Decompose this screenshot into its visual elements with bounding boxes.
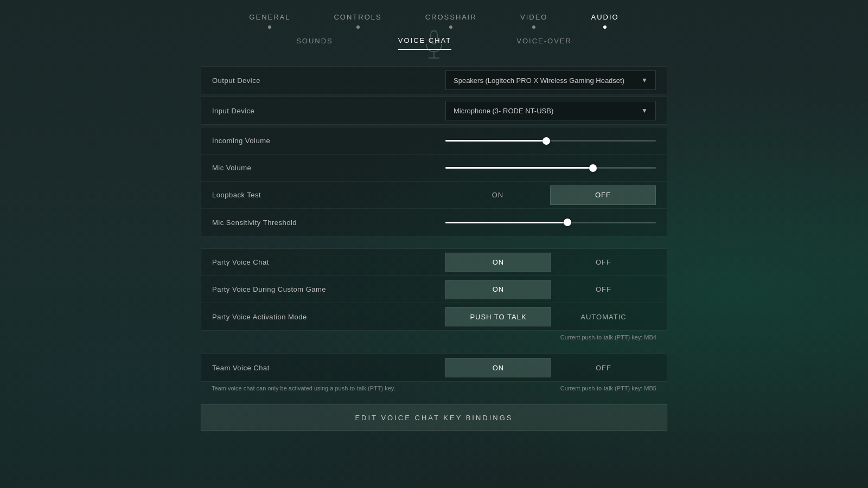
- party-voice-chat-control: On Off: [445, 253, 656, 272]
- team-voice-group: Team Voice Chat On Off: [201, 354, 667, 382]
- incoming-volume-slider[interactable]: [445, 140, 656, 142]
- party-voice-custom-control: On Off: [445, 280, 656, 299]
- party-voice-group: Party Voice Chat On Off Party Voice Duri…: [201, 248, 667, 331]
- party-voice-custom-toggle: On Off: [445, 280, 656, 299]
- loopback-test-row: Loopback Test On Off: [201, 182, 667, 209]
- loopback-toggle-group: On Off: [445, 185, 656, 205]
- party-ptt-note: Current push-to-talk (PTT) key: MB4: [201, 332, 667, 343]
- loopback-test-control: On Off: [445, 185, 656, 205]
- party-voice-chat-row: Party Voice Chat On Off: [201, 249, 667, 276]
- output-device-label: Output Device: [212, 76, 445, 85]
- mic-sensitivity-row: Mic Sensitivity Threshold: [201, 209, 667, 236]
- team-voice-chat-row: Team Voice Chat On Off: [201, 354, 667, 381]
- incoming-volume-thumb[interactable]: [542, 137, 550, 145]
- nav-video[interactable]: VIDEO: [499, 10, 569, 24]
- team-voice-chat-off-button[interactable]: Off: [551, 358, 656, 377]
- audio-controls-group: Incoming Volume Mic Volume: [201, 127, 667, 236]
- team-voice-chat-label: Team Voice Chat: [212, 364, 445, 372]
- party-push-talk-button[interactable]: Push to Talk: [445, 307, 551, 326]
- mic-volume-row: Mic Volume: [201, 155, 667, 182]
- sub-nav-voice-over[interactable]: VOICE-OVER: [516, 37, 572, 49]
- party-voice-custom-on-button[interactable]: On: [445, 280, 551, 299]
- mic-decoration: [423, 30, 445, 65]
- loopback-test-label: Loopback Test: [212, 191, 445, 199]
- mic-volume-thumb[interactable]: [589, 164, 597, 172]
- svg-line-4: [423, 30, 434, 31]
- party-activation-row: Party Voice Activation Mode Push to Talk…: [201, 303, 667, 330]
- party-activation-toggle: Push to Talk Automatic: [445, 307, 656, 326]
- party-voice-chat-label: Party Voice Chat: [212, 258, 445, 266]
- mic-sensitivity-label: Mic Sensitivity Threshold: [212, 219, 445, 227]
- team-note-right: Current push-to-talk (PTT) key: MB5: [560, 385, 656, 391]
- mic-volume-track: [445, 167, 656, 169]
- team-note-left: Team voice chat can only be activated us…: [212, 385, 395, 391]
- sub-nav-wrapper: SOUNDS VOICE CHAT VOICE-OVER: [0, 24, 868, 50]
- party-voice-chat-off-button[interactable]: Off: [551, 253, 656, 272]
- output-device-row: Output Device Speakers (Logitech PRO X W…: [201, 67, 667, 94]
- input-device-arrow: ▼: [641, 107, 648, 114]
- party-voice-chat-on-button[interactable]: On: [445, 253, 551, 272]
- mic-volume-slider[interactable]: [445, 167, 656, 169]
- team-note: Team voice chat can only be activated us…: [201, 383, 667, 394]
- mic-sensitivity-fill: [445, 222, 567, 223]
- incoming-volume-fill: [445, 140, 546, 142]
- nav-audio[interactable]: AUDIO: [569, 10, 640, 24]
- input-device-row: Input Device Microphone (3- RODE NT-USB)…: [201, 97, 667, 124]
- loopback-on-button[interactable]: On: [445, 185, 550, 205]
- mic-sensitivity-track: [445, 222, 656, 223]
- input-device-control: Microphone (3- RODE NT-USB) ▼: [445, 101, 656, 120]
- mic-sensitivity-slider[interactable]: [445, 222, 656, 223]
- mic-sensitivity-control: [445, 222, 656, 223]
- party-activation-label: Party Voice Activation Mode: [212, 313, 445, 321]
- incoming-volume-track: [445, 140, 656, 142]
- incoming-volume-control: [445, 140, 656, 142]
- nav-general[interactable]: GENERAL: [227, 10, 312, 24]
- party-voice-custom-label: Party Voice During Custom Game: [212, 285, 445, 293]
- input-device-label: Input Device: [212, 107, 445, 115]
- input-device-dropdown[interactable]: Microphone (3- RODE NT-USB) ▼: [445, 101, 656, 120]
- output-device-dropdown[interactable]: Speakers (Logitech PRO X Wireless Gaming…: [445, 70, 656, 90]
- mic-volume-fill: [445, 167, 593, 169]
- output-device-group: Output Device Speakers (Logitech PRO X W…: [201, 66, 667, 94]
- input-device-group: Input Device Microphone (3- RODE NT-USB)…: [201, 97, 667, 125]
- team-voice-chat-toggle: On Off: [445, 358, 656, 377]
- svg-line-5: [434, 30, 445, 31]
- mic-volume-label: Mic Volume: [212, 164, 445, 172]
- nav-controls[interactable]: CONTROLS: [312, 10, 403, 24]
- incoming-volume-label: Incoming Volume: [212, 137, 445, 145]
- output-device-arrow: ▼: [641, 76, 648, 84]
- party-voice-custom-row: Party Voice During Custom Game On Off: [201, 276, 667, 303]
- page: GENERAL CONTROLS CROSSHAIR VIDEO AUDIO S…: [0, 0, 868, 488]
- loopback-off-button[interactable]: Off: [550, 185, 656, 205]
- top-nav: GENERAL CONTROLS CROSSHAIR VIDEO AUDIO: [0, 0, 868, 24]
- incoming-volume-row: Incoming Volume: [201, 127, 667, 155]
- team-voice-chat-control: On Off: [445, 358, 656, 377]
- team-voice-chat-on-button[interactable]: On: [445, 358, 551, 377]
- party-voice-chat-toggle: On Off: [445, 253, 656, 272]
- svg-rect-0: [431, 31, 437, 44]
- output-device-control: Speakers (Logitech PRO X Wireless Gaming…: [445, 70, 656, 90]
- nav-crosshair[interactable]: CROSSHAIR: [404, 10, 499, 24]
- edit-voice-chat-button[interactable]: EDIT VOICE CHAT KEY BINDINGS: [201, 404, 667, 431]
- party-activation-control: Push to Talk Automatic: [445, 307, 656, 326]
- party-automatic-button[interactable]: Automatic: [551, 307, 656, 326]
- mic-sensitivity-thumb[interactable]: [564, 219, 571, 226]
- mic-volume-control: [445, 167, 656, 169]
- mic-icon: [423, 30, 445, 62]
- main-content: Output Device Speakers (Logitech PRO X W…: [201, 66, 667, 488]
- party-voice-custom-off-button[interactable]: Off: [551, 280, 656, 299]
- sub-nav-sounds[interactable]: SOUNDS: [296, 37, 333, 49]
